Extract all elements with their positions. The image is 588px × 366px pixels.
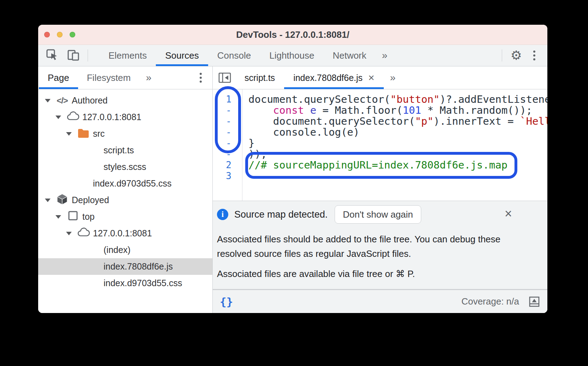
editor-tab-script-ts[interactable]: script.ts xyxy=(235,66,284,89)
main-toolbar: ElementsSourcesConsoleLighthouseNetwork … xyxy=(38,45,547,66)
source-code-icon: </> xyxy=(57,96,68,106)
tab-elements[interactable]: Elements xyxy=(99,45,156,66)
tree-item-label: index.d9703d55.css xyxy=(104,278,182,288)
main-menu-kebab-icon[interactable] xyxy=(530,48,538,63)
expand-panel-icon[interactable] xyxy=(528,296,540,308)
editor-pane: script.tsindex.7808df6e.js× » 1-----23 d… xyxy=(213,66,547,313)
dont-show-again-button[interactable]: Don't show again xyxy=(335,205,421,224)
code-line: } xyxy=(248,138,547,149)
code-editor[interactable]: 1-----23 document.querySelector("button"… xyxy=(213,89,547,201)
frame-icon xyxy=(68,211,78,223)
tab-sources[interactable]: Sources xyxy=(156,45,208,66)
tree-item-label: index.d9703d55.css xyxy=(93,178,171,189)
chevron-expanded-icon[interactable] xyxy=(45,199,55,202)
toolbar-divider xyxy=(88,49,88,61)
sources-sidebar: PageFilesystem » </>Authored127.0.0.1:80… xyxy=(38,66,213,313)
chevron-expanded-icon[interactable] xyxy=(55,215,66,219)
toggle-navigator-icon[interactable] xyxy=(213,66,235,89)
inspect-element-icon[interactable] xyxy=(46,49,58,62)
deployed-cube-icon xyxy=(57,193,68,207)
coverage-status: Coverage: n/a xyxy=(461,296,519,307)
tree-item--index-[interactable]: (index) xyxy=(38,242,212,258)
code-lines: document.querySelector("button")?.addEve… xyxy=(242,89,547,201)
tab-network[interactable]: Network xyxy=(323,45,375,66)
titlebar: DevTools - 127.0.0.1:8081/ xyxy=(38,25,547,45)
tree-item-index-d9703d55-css[interactable]: index.d9703d55.css xyxy=(38,275,212,291)
tree-item-src[interactable]: src xyxy=(38,125,212,142)
devtools-window: DevTools - 127.0.0.1:8081/ ElementsSourc… xyxy=(38,25,547,313)
traffic-lights xyxy=(44,25,75,45)
tree-item-label: Authored xyxy=(72,95,107,106)
infobar-text: Associated files should be added to the … xyxy=(217,232,517,261)
settings-gear-icon[interactable]: ⚙ xyxy=(511,49,522,62)
editor-tab-label: index.7808df6e.js xyxy=(293,73,363,83)
tab-console[interactable]: Console xyxy=(208,45,260,66)
tree-item-127-0-0-1-8081[interactable]: 127.0.0.1:8081 xyxy=(38,109,212,125)
zoom-window-button[interactable] xyxy=(70,32,75,37)
line-number[interactable]: - xyxy=(213,105,242,116)
editor-tab-index-7808df6e-js[interactable]: index.7808df6e.js× xyxy=(284,66,384,89)
chevron-expanded-icon[interactable] xyxy=(66,132,77,136)
sidebar-tab-filesystem[interactable]: Filesystem xyxy=(78,66,140,89)
tree-item-index-7808df6e-js[interactable]: index.7808df6e.js xyxy=(38,258,212,275)
device-toolbar-icon[interactable] xyxy=(67,49,80,62)
editor-tab-label: script.ts xyxy=(245,73,275,83)
tree-item-label: (index) xyxy=(104,245,130,255)
tree-item-label: script.ts xyxy=(104,145,134,155)
cloud-icon xyxy=(77,228,90,239)
line-number[interactable]: - xyxy=(213,127,242,138)
code-line: const e = Math.floor(101 * Math.random()… xyxy=(248,105,547,116)
chevron-expanded-icon[interactable] xyxy=(55,116,66,119)
tree-item-label: index.7808df6e.js xyxy=(104,261,173,272)
line-number[interactable]: - xyxy=(213,116,242,127)
line-number[interactable]: 1 xyxy=(213,94,242,105)
code-line xyxy=(248,171,547,182)
tree-item-index-d9703d55-css[interactable]: index.d9703d55.css xyxy=(38,175,212,192)
sidebar-tabs: PageFilesystem » xyxy=(38,66,212,89)
more-sidebar-tabs-button[interactable]: » xyxy=(140,66,158,89)
close-tab-icon[interactable]: × xyxy=(368,72,375,83)
pretty-print-icon[interactable]: {} xyxy=(220,295,233,308)
code-line: document.querySelector("button")?.addEve… xyxy=(248,94,547,105)
more-panels-button[interactable]: » xyxy=(376,45,394,66)
tree-item-styles-scss[interactable]: styles.scss xyxy=(38,159,212,175)
toolbar-divider xyxy=(502,49,502,61)
tree-item-label: top xyxy=(82,212,95,222)
tree-item-script-ts[interactable]: script.ts xyxy=(38,142,212,159)
tree-item-deployed[interactable]: Deployed xyxy=(38,192,212,208)
minimize-window-button[interactable] xyxy=(57,32,63,37)
more-editor-tabs-button[interactable]: » xyxy=(384,66,402,89)
tab-lighthouse[interactable]: Lighthouse xyxy=(260,45,323,66)
tree-item-label: styles.scss xyxy=(104,162,146,172)
tree-item-127-0-0-1-8081[interactable]: 127.0.0.1:8081 xyxy=(38,225,212,242)
tree-item-label: Deployed xyxy=(72,195,109,205)
chevron-expanded-icon[interactable] xyxy=(45,99,55,102)
code-line: document.querySelector("p").innerText = … xyxy=(248,116,547,127)
line-number-gutter[interactable]: 1-----23 xyxy=(213,89,242,201)
file-tree: </>Authored127.0.0.1:8081srcscript.tssty… xyxy=(38,89,212,313)
tree-item-label: src xyxy=(93,129,105,139)
line-number[interactable]: - xyxy=(213,149,242,160)
source-map-infobar: i Source map detected. Don't show again … xyxy=(213,201,547,289)
line-number[interactable]: - xyxy=(213,138,242,149)
tree-item-authored[interactable]: </>Authored xyxy=(38,92,212,109)
line-number[interactable]: 2 xyxy=(213,160,242,171)
sidebar-tab-page[interactable]: Page xyxy=(39,66,78,89)
info-icon: i xyxy=(217,209,228,220)
editor-tab-strip: script.tsindex.7808df6e.js× » xyxy=(213,66,547,89)
line-number[interactable]: 3 xyxy=(213,171,242,182)
tree-item-label: 127.0.0.1:8081 xyxy=(82,112,141,122)
folder-icon xyxy=(77,128,89,140)
code-line: )); xyxy=(248,149,547,160)
chevron-expanded-icon[interactable] xyxy=(66,232,77,235)
editor-statusbar: {} Coverage: n/a xyxy=(213,289,547,313)
panel-tabs: ElementsSourcesConsoleLighthouseNetwork xyxy=(99,45,376,66)
sidebar-menu-kebab-icon[interactable] xyxy=(197,71,205,85)
code-line: //# sourceMappingURL=index.7808df6e.js.m… xyxy=(248,160,547,171)
infobar-title: Source map detected. xyxy=(234,209,328,220)
tree-item-top[interactable]: top xyxy=(38,208,212,225)
close-window-button[interactable] xyxy=(44,32,50,37)
window-title: DevTools - 127.0.0.1:8081/ xyxy=(38,29,547,40)
cloud-icon xyxy=(66,111,80,123)
infobar-close-icon[interactable]: × xyxy=(505,207,512,220)
